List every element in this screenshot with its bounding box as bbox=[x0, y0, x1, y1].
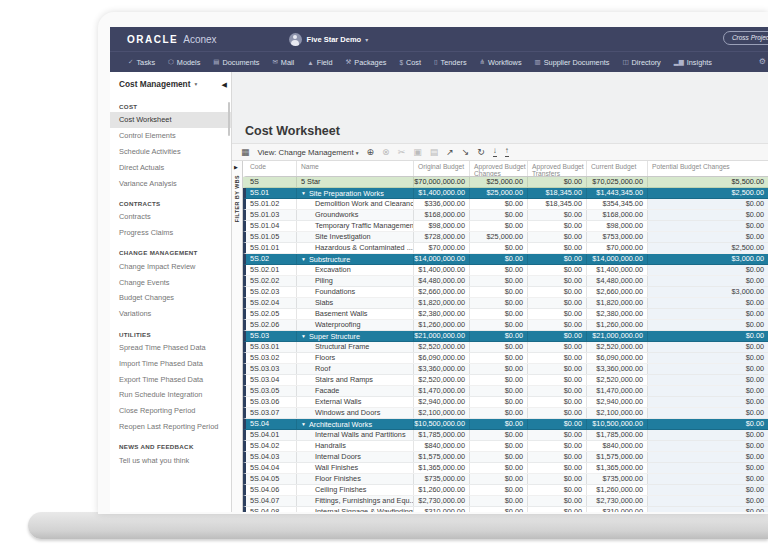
nav-item-mail[interactable]: ✉Mail bbox=[272, 58, 294, 67]
table-row[interactable]: 5S.02.01 Excavation $1,400,000.00 $0.00 … bbox=[243, 265, 768, 276]
sidebar-item-progress-claims[interactable]: Progress Claims bbox=[110, 225, 231, 241]
gear-icon[interactable]: ⚙ bbox=[759, 57, 766, 66]
nav-item-supplier-documents[interactable]: ▥Supplier Documents bbox=[535, 58, 610, 67]
nav-item-directory[interactable]: ◫Directory bbox=[622, 58, 660, 67]
sidebar-item-change-impact-review[interactable]: Change Impact Review bbox=[110, 258, 231, 274]
table-row[interactable]: 5S.03.04 Stairs and Ramps $2,520,000.00 … bbox=[243, 375, 768, 386]
table-row[interactable]: 5S.04.05 Floor Finishes $735,000.00 $0.0… bbox=[243, 474, 768, 485]
table-row[interactable]: 5S.01.05 Site Investigation $728,000.00 … bbox=[243, 232, 768, 243]
current-budget-cell: $2,660,000.00 bbox=[587, 287, 648, 297]
table-row[interactable]: 5S.04.07 Fittings, Furnishings and Equ..… bbox=[243, 496, 768, 507]
table-row[interactable]: 5S.02.03 Foundations $2,660,000.00 $0.00… bbox=[243, 287, 768, 298]
approved-budget-changes-cell: $0.00 bbox=[470, 199, 528, 209]
view-selector[interactable]: View: Change Management ▾ bbox=[258, 148, 359, 157]
nav-item-tasks[interactable]: ✓Tasks bbox=[128, 58, 155, 67]
sidebar-item-variations[interactable]: Variations bbox=[110, 306, 231, 322]
table-row[interactable]: 5S.04 ▼Architectural Works $10,500,000.0… bbox=[243, 419, 768, 430]
table-row[interactable]: 5S.01.02 Demolition Work and Clearance $… bbox=[243, 199, 768, 210]
original-budget-cell: $2,940,000.00 bbox=[414, 397, 470, 407]
nav-item-packages[interactable]: ⚒Packages bbox=[346, 58, 387, 67]
sidebar-header[interactable]: Cost Management ▾ bbox=[110, 72, 231, 94]
table-row[interactable]: 5S.03 ▼Super Structure $21,000,000.00 $0… bbox=[243, 331, 768, 342]
table-row[interactable]: 5S.02.04 Slabs $1,820,000.00 $0.00 $0.00… bbox=[243, 298, 768, 309]
sidebar-item-run-schedule-integration[interactable]: Run Schedule Integration bbox=[110, 387, 231, 403]
table-row[interactable]: 5S.03.05 Facade $1,470,000.00 $0.00 $0.0… bbox=[243, 386, 768, 397]
approved-budget-changes-cell: $0.00 bbox=[470, 441, 528, 451]
sidebar-item-control-elements[interactable]: Control Elements bbox=[110, 128, 231, 144]
sidebar-item-schedule-activities[interactable]: Schedule Activities bbox=[110, 144, 231, 160]
add-icon[interactable]: ⊕ bbox=[367, 148, 375, 157]
current-budget-cell: $70,025,000.00 bbox=[587, 177, 648, 187]
collapse-all-icon[interactable]: ↘ bbox=[462, 148, 470, 157]
sidebar-item-variance-analysis[interactable]: Variance Analysis bbox=[110, 175, 231, 191]
sidebar-item-cost-worksheet[interactable]: Cost Worksheet bbox=[110, 112, 231, 128]
project-selector[interactable]: Five Star Demo ▾ bbox=[289, 33, 369, 46]
refresh-icon[interactable]: ↻ bbox=[477, 148, 485, 157]
column-header-approved-budget-transfers[interactable]: Approved Budget Transfers bbox=[528, 161, 587, 176]
sidebar-item-direct-actuals[interactable]: Direct Actuals bbox=[110, 159, 231, 175]
sidebar-scrollbar[interactable] bbox=[228, 102, 230, 136]
code-cell: 5S.03.04 bbox=[246, 375, 297, 385]
current-budget-cell: $2,100,000.00 bbox=[587, 408, 648, 418]
sidebar-item-reopen-last-reporting-period[interactable]: Reopen Last Reporting Period bbox=[110, 419, 231, 435]
expand-all-icon[interactable]: ↗ bbox=[446, 148, 454, 157]
table-row[interactable]: 5S 5 Star $70,000,000.00 $25,000.00 $0.0… bbox=[243, 177, 768, 188]
nav-item-models[interactable]: ⬡Models bbox=[168, 58, 200, 67]
sidebar-item-close-reporting-period[interactable]: Close Reporting Period bbox=[110, 403, 231, 419]
nav-item-tenders[interactable]: ▯Tenders bbox=[434, 58, 467, 67]
table-row[interactable]: 5S.02 ▼Substructure $14,000,000.00 $0.00… bbox=[243, 254, 768, 265]
table-row[interactable]: 5S.04.08 Internal Signage & Wayfinding $… bbox=[243, 507, 768, 512]
table-row[interactable]: 5S.04.04 Wall Finishes $1,365,000.00 $0.… bbox=[243, 463, 768, 474]
table-row[interactable]: 5S.04.02 Handrails $840,000.00 $0.00 $0.… bbox=[243, 441, 768, 452]
column-header-potential-budget-changes[interactable]: Potential Budget Changes bbox=[648, 161, 768, 176]
upload-icon[interactable]: ↑ bbox=[505, 147, 509, 157]
code-cell: 5S.03.01 bbox=[246, 342, 297, 352]
table-row[interactable]: 5S.03.01 Structural Frame $2,520,000.00 … bbox=[243, 342, 768, 353]
table-row[interactable]: 5S.04.01 Internal Walls and Partitions $… bbox=[243, 430, 768, 441]
table-row[interactable]: 5S.01.01 Hazardous & Contaminated ... $7… bbox=[243, 243, 768, 254]
sidebar-item-spread-time-phased-data[interactable]: Spread Time Phased Data bbox=[110, 340, 231, 356]
filter-by-wbs-tab[interactable]: ▶ FILTER BY WBS bbox=[232, 161, 243, 512]
table-row[interactable]: 5S.03.03 Roof $3,360,000.00 $0.00 $0.00 … bbox=[243, 364, 768, 375]
sidebar-item-tell-us-what-you-think[interactable]: Tell us what you think bbox=[110, 452, 231, 468]
table-row[interactable]: 5S.01.04 Temporary Traffic Management $9… bbox=[243, 221, 768, 232]
collapse-panel-icon[interactable]: ◀ bbox=[222, 81, 227, 89]
nav-item-workflows[interactable]: ⋔Workflows bbox=[480, 58, 522, 67]
table-row[interactable]: 5S.02.02 Piling $4,480,000.00 $0.00 $0.0… bbox=[243, 276, 768, 287]
table-row[interactable]: 5S.04.06 Ceiling Finishes $1,260,000.00 … bbox=[243, 485, 768, 496]
nav-item-field[interactable]: ▲Field bbox=[307, 58, 332, 67]
toolbar-icons: ⊕⊗✂▣▤↗↘↻↓↑ bbox=[367, 147, 509, 157]
table-row[interactable]: 5S.04.03 Internal Doors $1,575,000.00 $0… bbox=[243, 452, 768, 463]
table-row[interactable]: 5S.03.02 Floors $6,090,000.00 $0.00 $0.0… bbox=[243, 353, 768, 364]
column-header-code[interactable]: Code bbox=[246, 161, 297, 176]
code-cell: 5S.04.05 bbox=[246, 474, 297, 484]
sidebar-item-change-events[interactable]: Change Events bbox=[110, 274, 231, 290]
sidebar-item-export-time-phased-data[interactable]: Export Time Phased Data bbox=[110, 371, 231, 387]
table-row[interactable]: 5S.02.05 Basement Walls $2,380,000.00 $0… bbox=[243, 309, 768, 320]
column-header-current-budget[interactable]: Current Budget bbox=[587, 161, 648, 176]
cross-project-button[interactable]: Cross Project Re bbox=[723, 31, 768, 45]
table-row[interactable]: 5S.01 ▼Site Preparation Works $1,400,000… bbox=[243, 188, 768, 199]
original-budget-cell: $1,400,000.00 bbox=[414, 265, 470, 275]
sidebar-item-contracts[interactable]: Contracts bbox=[110, 209, 231, 225]
nav-item-documents[interactable]: ▤Documents bbox=[213, 58, 259, 67]
approved-budget-transfers-cell: $0.00 bbox=[528, 287, 587, 297]
table-row[interactable]: 5S.03.06 External Walls $2,940,000.00 $0… bbox=[243, 397, 768, 408]
table-row[interactable]: 5S.01.03 Groundworks $168,000.00 $0.00 $… bbox=[243, 210, 768, 221]
page-background: ORACLE Aconex Five Star Demo ▾ Cross Pro… bbox=[0, 0, 768, 552]
nav-item-cost[interactable]: $Cost bbox=[399, 58, 421, 67]
column-header-original-budget[interactable]: Original Budget bbox=[414, 161, 470, 176]
sidebar-item-import-time-phased-data[interactable]: Import Time Phased Data bbox=[110, 355, 231, 371]
grid-view-icon[interactable]: ▦ bbox=[241, 147, 250, 157]
download-icon[interactable]: ↓ bbox=[493, 147, 497, 157]
nav-item-insights[interactable]: ▂▆Insights bbox=[674, 58, 712, 67]
code-cell: 5S.02.06 bbox=[246, 320, 297, 330]
column-header-name[interactable]: Name bbox=[297, 161, 414, 176]
table-row[interactable]: 5S.02.06 Waterproofing $1,260,000.00 $0.… bbox=[243, 320, 768, 331]
sidebar-title: Cost Management bbox=[119, 79, 190, 89]
table-row[interactable]: 5S.03.07 Windows and Doors $2,100,000.00… bbox=[243, 408, 768, 419]
sidebar-item-budget-changes[interactable]: Budget Changes bbox=[110, 290, 231, 306]
column-header-approved-budget-changes[interactable]: Approved Budget Changes bbox=[470, 161, 528, 176]
original-budget-cell: $1,400,000.00 bbox=[414, 188, 470, 198]
current-budget-cell: $1,365,000.00 bbox=[587, 463, 648, 473]
